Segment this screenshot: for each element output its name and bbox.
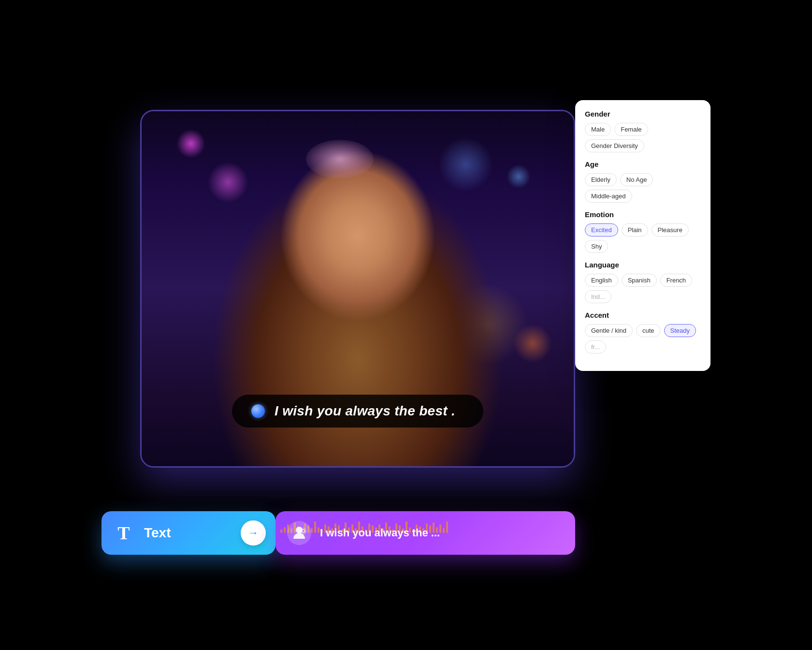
gender-tags: Male Female Gender Diversity (585, 123, 701, 152)
text-input-card[interactable]: T Text → (102, 511, 276, 555)
waveform-bar (284, 527, 286, 533)
tag-steady[interactable]: Steady (664, 324, 696, 337)
audio-output-card: I wish you always the ... (276, 511, 575, 555)
tag-french[interactable]: French (660, 274, 692, 287)
text-label: Text (144, 525, 171, 541)
tag-fr[interactable]: fr... (585, 340, 606, 354)
accent-label: Accent (585, 311, 701, 319)
bokeh-light-3 (507, 164, 531, 189)
age-label: Age (585, 160, 701, 168)
audio-transcription-text: I wish you always the ... (320, 527, 440, 539)
tag-spanish[interactable]: Spanish (622, 274, 657, 287)
svg-point-1 (302, 530, 304, 532)
audio-avatar (287, 521, 311, 545)
tag-male[interactable]: Male (585, 123, 611, 136)
settings-panel: Gender Male Female Gender Diversity Age … (575, 100, 710, 371)
subtitle-dot (251, 404, 265, 418)
tag-gender-diversity[interactable]: Gender Diversity (585, 139, 644, 152)
tag-middle-aged[interactable]: Middle-aged (585, 190, 632, 203)
tag-pleasure[interactable]: Pleasure (652, 223, 689, 236)
scene-wrapper: I wish you always the best . Gender Male… (102, 71, 710, 579)
tag-shy[interactable]: Shy (585, 240, 608, 253)
video-background: I wish you always the best . (142, 111, 574, 466)
waveform-bar (280, 529, 282, 533)
language-section: Language English Spanish French Ind... (585, 261, 701, 303)
emotion-section: Emotion Excited Plain Pleasure Shy (585, 210, 701, 253)
bokeh-light-1 (176, 129, 205, 158)
accent-tags: Gentle / kind cute Steady fr... (585, 324, 701, 354)
hair-highlight (306, 140, 374, 178)
tag-cute[interactable]: cute (636, 324, 661, 337)
tag-elderly[interactable]: Elderly (585, 173, 617, 186)
subtitle-bar: I wish you always the best . (232, 395, 483, 428)
tag-plain[interactable]: Plain (622, 223, 648, 236)
emotion-tags: Excited Plain Pleasure Shy (585, 223, 701, 253)
gender-label: Gender (585, 110, 701, 118)
audio-content: I wish you always the ... (287, 521, 564, 545)
gender-section: Gender Male Female Gender Diversity (585, 110, 701, 152)
age-section: Age Elderly No Age Middle-aged (585, 160, 701, 203)
age-tags: Elderly No Age Middle-aged (585, 173, 701, 203)
subtitle-text: I wish you always the best . (275, 403, 455, 419)
arrow-icon: → (248, 527, 259, 539)
tag-no-age[interactable]: No Age (620, 173, 653, 186)
arrow-button[interactable]: → (241, 520, 266, 546)
tag-female[interactable]: Female (614, 123, 648, 136)
video-card: I wish you always the best . (140, 110, 575, 468)
emotion-label: Emotion (585, 210, 701, 219)
speaker-icon (290, 524, 308, 542)
tag-excited[interactable]: Excited (585, 223, 618, 236)
accent-section: Accent Gentle / kind cute Steady fr... (585, 311, 701, 354)
tag-ind[interactable]: Ind... (585, 290, 611, 303)
tag-english[interactable]: English (585, 274, 618, 287)
text-icon: T (111, 520, 136, 546)
tag-gentle-kind[interactable]: Gentle / kind (585, 324, 633, 337)
language-label: Language (585, 261, 701, 269)
language-tags: English Spanish French Ind... (585, 274, 701, 303)
